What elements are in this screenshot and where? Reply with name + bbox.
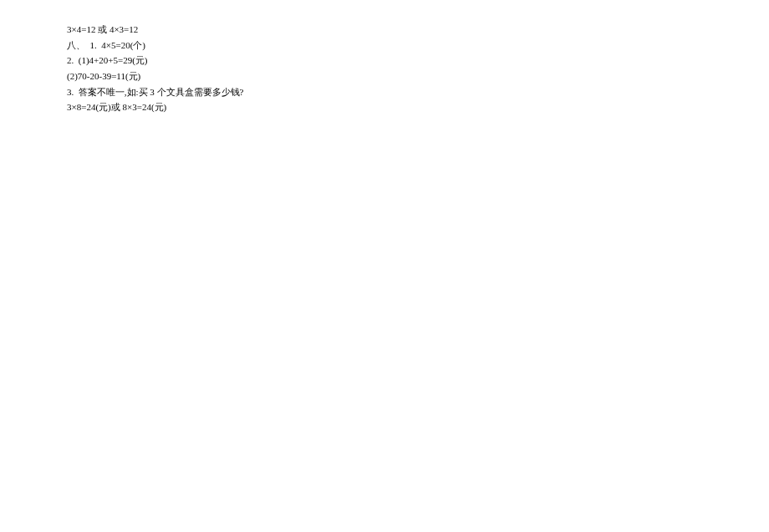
text-line: (2)70-20-39=11(元) xyxy=(67,68,769,84)
text-line: 3×8=24(元)或 8×3=24(元) xyxy=(67,99,769,115)
text-line: 2. (1)4+20+5=29(元) xyxy=(67,53,769,68)
text-line: 3×4=12 或 4×3=12 xyxy=(67,22,769,38)
text-line: 八、 1. 4×5=20(个) xyxy=(67,38,769,53)
text-line: 3. 答案不唯一,如:买 3 个文具盒需要多少钱? xyxy=(67,84,769,100)
document-content: 3×4=12 或 4×3=12 八、 1. 4×5=20(个) 2. (1)4+… xyxy=(67,22,769,115)
